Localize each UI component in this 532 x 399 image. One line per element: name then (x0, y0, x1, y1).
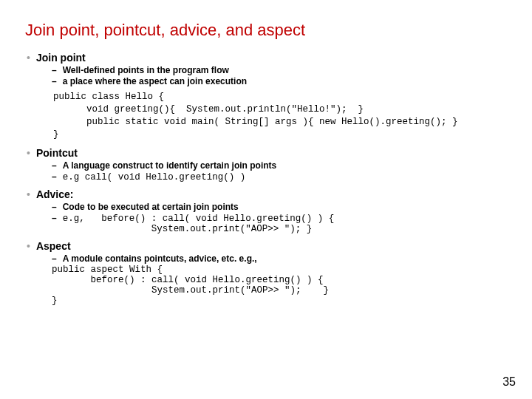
sub-text: e.g call( void Hello.greeting() ) (63, 172, 246, 183)
sub-item: –e.g, before() : call( void Hello.greeti… (52, 213, 510, 234)
section-advice: • Advice: –Code to be executed at certai… (22, 188, 510, 234)
bullet-label: Aspect (36, 240, 71, 252)
bullet-label: Join point (36, 52, 86, 64)
sub-text: A module contains pointcuts, advice, etc… (63, 253, 257, 264)
sub-text: A language construct to identify certain… (63, 160, 277, 171)
bullet-aspect: • Aspect (27, 240, 510, 252)
dash-icon: – (52, 65, 57, 75)
bullet-joinpoint: • Join point (27, 52, 510, 64)
section-aspect: • Aspect –A module contains pointcuts, a… (22, 240, 510, 306)
bullet-advice: • Advice: (27, 188, 510, 200)
bullet-label: Advice: (36, 188, 74, 200)
dash-icon: – (52, 76, 57, 86)
slide: Join point, pointcut, advice, and aspect… (0, 0, 532, 319)
bullet-icon: • (27, 189, 30, 200)
bullet-icon: • (27, 241, 30, 251)
sub-text: e.g, before() : call( void Hello.greetin… (63, 214, 335, 234)
sub-text: Well-defined points in the program flow (63, 65, 229, 75)
sub-text: Code to be executed at certain join poin… (63, 202, 239, 212)
bullet-pointcut: • Pointcut (27, 147, 510, 159)
code-block-aspect: public aspect With { before() : call( vo… (52, 265, 510, 306)
bullet-icon: • (27, 52, 30, 63)
dash-icon: – (52, 202, 57, 212)
dash-icon: – (52, 213, 57, 223)
sub-item: –a place where the aspect can join execu… (52, 76, 510, 86)
page-number: 35 (502, 375, 516, 389)
code-block-hello: public class Hello { void greeting(){ Sy… (53, 91, 510, 141)
bullet-icon: • (27, 148, 30, 158)
dash-icon: – (52, 171, 57, 182)
sub-list-pointcut: –A language construct to identify certai… (52, 160, 510, 183)
dash-icon: – (52, 160, 57, 171)
dash-icon: – (52, 253, 57, 264)
bullet-label: Pointcut (36, 147, 78, 159)
section-joinpoint: • Join point –Well-defined points in the… (22, 52, 510, 141)
section-pointcut: • Pointcut –A language construct to iden… (22, 147, 510, 183)
sub-list-joinpoint: –Well-defined points in the program flow… (52, 65, 510, 86)
sub-list-aspect: –A module contains pointcuts, advice, et… (52, 253, 510, 306)
sub-item: –A module contains pointcuts, advice, et… (52, 253, 510, 264)
sub-item: –e.g call( void Hello.greeting() ) (52, 171, 510, 183)
sub-item: –Well-defined points in the program flow (52, 65, 510, 75)
sub-item: –A language construct to identify certai… (52, 160, 510, 171)
sub-item: –Code to be executed at certain join poi… (52, 202, 510, 212)
slide-title: Join point, pointcut, advice, and aspect (25, 21, 510, 40)
sub-list-advice: –Code to be executed at certain join poi… (52, 202, 510, 234)
sub-text: a place where the aspect can join execut… (63, 76, 247, 86)
